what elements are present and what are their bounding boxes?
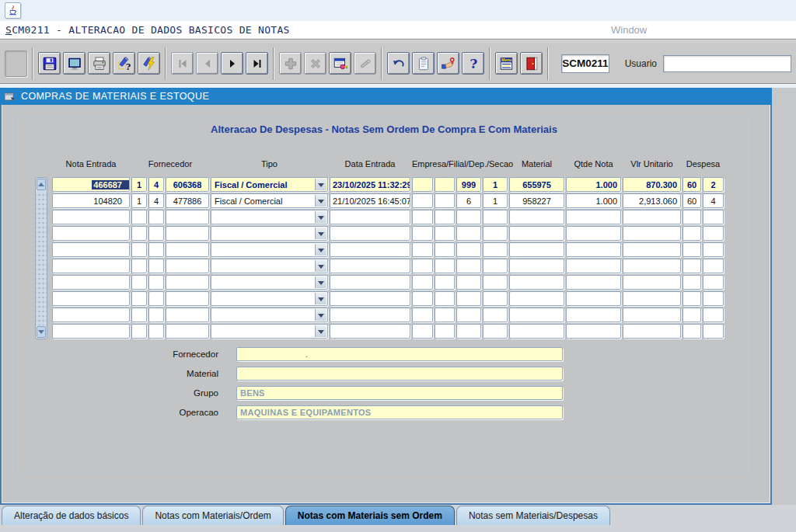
grid-cell-vlr-unitario[interactable] [623,259,681,273]
lock-record-button[interactable] [437,52,459,75]
grid-cell-dep[interactable] [456,324,481,339]
grid-cell-fornecedor-cod1[interactable] [131,308,147,322]
grid-cell-filial[interactable] [435,259,455,273]
grid-cell-fornecedor[interactable]: 477886 [166,193,209,208]
grid-cell-dep[interactable] [456,226,481,241]
grid-cell-fornecedor-cod1[interactable] [131,242,147,257]
grid-cell-dep[interactable] [456,242,481,257]
grid-cell-fornecedor[interactable]: 606368 [166,177,209,192]
grid-cell-fornecedor-cod1[interactable] [131,324,147,339]
grid-cell-data-entrada[interactable] [330,324,410,339]
grid-cell-secao[interactable] [483,308,508,322]
grid-cell-dep[interactable] [456,308,481,322]
grid-cell-material[interactable] [509,308,564,322]
scroll-up-icon[interactable] [37,179,46,190]
grid-cell-tipo[interactable] [211,259,328,273]
tab-notas-com-materiais-ordem[interactable]: Notas com Materiais/Ordem [142,506,283,525]
grid-cell-fornecedor-cod1[interactable] [131,291,147,306]
grid-cell-despesa-cod[interactable] [683,259,701,273]
grid-cell-vlr-unitario[interactable] [623,324,681,339]
dropdown-arrow-icon[interactable] [315,325,326,337]
grid-cell-material[interactable]: 655975 [509,177,564,192]
grid-cell-fornecedor-cod2[interactable] [148,308,164,322]
grid-cell-qtde-nota[interactable] [566,324,621,339]
grid-cell-despesa-cod[interactable] [683,324,701,339]
grid-cell-vlr-unitario[interactable] [623,308,681,322]
grid-cell-empresa[interactable] [412,324,433,339]
grid-cell-data-entrada[interactable] [330,291,410,306]
grid-cell-secao[interactable] [483,324,508,339]
grid-cell-despesa-seq[interactable] [703,242,724,257]
grid-cell-material[interactable] [509,226,564,241]
grid-cell-secao[interactable]: 1 [483,193,508,208]
grid-cell-data-entrada[interactable] [330,226,410,241]
grid-cell-material[interactable]: 958227 [509,193,564,208]
grid-cell-qtde-nota[interactable] [566,308,621,322]
menu-item-window[interactable]: Window [611,24,647,36]
grid-cell-secao[interactable]: 1 [483,177,508,192]
dropdown-arrow-icon[interactable] [315,260,326,272]
grid-cell-empresa[interactable] [412,259,433,273]
grid-cell-dep[interactable] [456,275,481,290]
grid-cell-fornecedor-cod1[interactable] [131,259,147,273]
grid-cell-material[interactable] [509,210,564,224]
grid-cell-material[interactable] [509,291,564,306]
dropdown-arrow-icon[interactable] [315,309,326,321]
grid-cell-fornecedor-cod1[interactable]: 1 [131,177,147,192]
grid-cell-empresa[interactable] [412,291,433,306]
grid-cell-fornecedor-cod2[interactable] [148,291,164,306]
grupo-field[interactable]: BENS [236,386,563,400]
material-field[interactable] [236,367,563,381]
grid-cell-nota-entrada[interactable] [52,324,130,339]
grid-cell-filial[interactable] [435,210,455,224]
grid-cell-vlr-unitario[interactable]: 2,913.060 [623,193,681,208]
grid-cell-nota-entrada[interactable] [52,291,130,306]
grid-cell-despesa-seq[interactable]: 4 [703,193,724,208]
grid-cell-fornecedor-cod2[interactable] [148,259,164,273]
grid-cell-filial[interactable] [435,193,455,208]
exit-button[interactable] [520,52,543,75]
grid-cell-despesa-cod[interactable] [683,291,701,306]
grid-cell-qtde-nota[interactable] [566,275,621,290]
grid-cell-tipo[interactable]: Fiscal / Comercial [211,177,328,192]
grid-cell-vlr-unitario[interactable] [623,242,681,257]
grid-cell-despesa-cod[interactable] [683,242,701,257]
tab-notas-sem-materiais-despesas[interactable]: Notas sem Materiais/Despesas [456,506,610,525]
dropdown-arrow-icon[interactable] [315,228,326,239]
grid-cell-fornecedor[interactable] [166,226,209,241]
grid-cell-tipo[interactable] [211,226,328,241]
dropdown-arrow-icon[interactable] [315,211,326,223]
grid-cell-qtde-nota[interactable] [566,210,621,224]
operacao-field[interactable]: MAQUINAS E EQUIPAMENTOS [236,405,563,419]
grid-cell-secao[interactable] [483,226,508,241]
usuario-input[interactable] [663,55,791,72]
grid-cell-tipo[interactable] [211,308,328,322]
grid-vertical-scrollbar[interactable] [35,177,47,339]
tab-notas-com-materiais-sem-ordem[interactable]: Notas com Materiais sem Ordem [285,506,455,525]
grid-cell-filial[interactable] [435,291,455,306]
dropdown-arrow-icon[interactable] [315,195,326,207]
grid-cell-fornecedor-cod1[interactable] [131,210,147,224]
clipboard-button[interactable] [412,52,435,75]
grid-cell-data-entrada[interactable] [330,242,410,257]
grid-cell-fornecedor-cod1[interactable] [131,226,147,241]
grid-cell-qtde-nota[interactable]: 1.000 [566,193,621,208]
grid-cell-despesa-cod[interactable] [683,275,701,290]
grid-cell-fornecedor[interactable] [166,210,209,224]
grid-cell-filial[interactable] [435,177,455,192]
enter-query-button[interactable]: ? [113,52,135,75]
grid-cell-nota-entrada[interactable] [52,242,130,257]
grid-cell-despesa-cod[interactable] [683,226,701,241]
grid-cell-empresa[interactable] [412,193,433,208]
grid-cell-fornecedor-cod1[interactable] [131,275,147,290]
grid-cell-nota-entrada[interactable] [52,308,130,322]
grid-cell-despesa-cod[interactable] [683,210,701,224]
grid-cell-fornecedor[interactable] [166,259,209,273]
grid-cell-secao[interactable] [483,259,508,273]
grid-cell-vlr-unitario[interactable] [623,210,681,224]
grid-cell-qtde-nota[interactable] [566,259,621,273]
scroll-down-icon[interactable] [37,326,46,338]
grid-cell-fornecedor-cod2[interactable] [148,210,164,224]
grid-cell-secao[interactable] [483,291,508,306]
grid-cell-qtde-nota[interactable] [566,291,621,306]
